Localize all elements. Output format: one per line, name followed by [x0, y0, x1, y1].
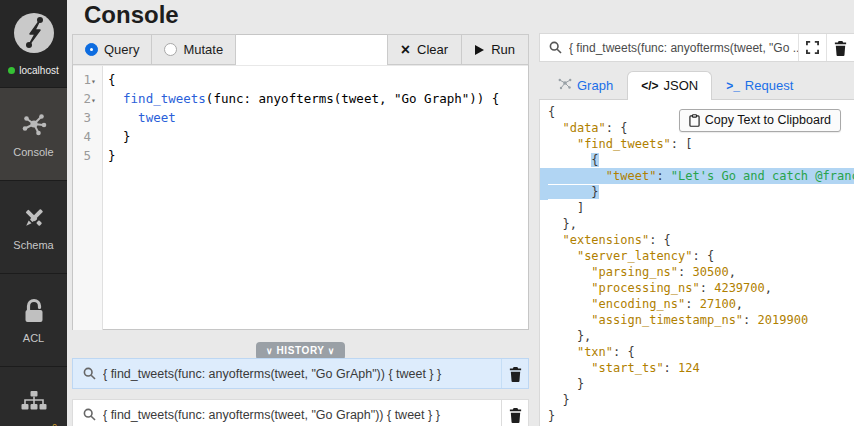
radio-icon: [85, 43, 98, 56]
graph-icon: [20, 111, 48, 139]
ratel-console-window: localhost ConsoleSchemaACLExplorerβ Cons…: [0, 0, 854, 426]
result-tabs: Graph</>JSON>_Request: [539, 62, 854, 100]
graph-mini-icon: [558, 77, 572, 93]
json-line: }: [540, 408, 854, 424]
json-line: "processing_ns": 4239700,: [540, 280, 854, 296]
search-icon: [549, 41, 562, 54]
server-selector[interactable]: localhost: [0, 0, 67, 87]
json-line: "find_tweets": [: [540, 136, 854, 152]
lock-icon: [22, 297, 46, 325]
search-icon: [83, 367, 96, 380]
clipboard-icon: [689, 114, 700, 127]
terminal-icon: >_: [726, 78, 740, 93]
json-line: "assign_timestamp_ns": 2019900: [540, 312, 854, 328]
discard-frame-button[interactable]: [826, 34, 854, 61]
tab-request[interactable]: >_Request: [712, 71, 807, 100]
history-item[interactable]: { find_tweets(func: anyofterms(tweet, "G…: [72, 358, 529, 389]
sidebar-item-explorer[interactable]: Explorerβ: [0, 366, 67, 426]
editor-gutter: 1▾2▾345: [73, 66, 103, 330]
json-line: "txn": {: [540, 344, 854, 360]
editor-line: }: [108, 146, 528, 165]
json-response-view[interactable]: Copy Text to Clipboard { "data": { "find…: [539, 100, 854, 426]
json-line: "start_ts": 124: [540, 360, 854, 376]
json-text: { "data": { "find_tweets": [ { "tweet": …: [540, 104, 854, 424]
server-name: localhost: [19, 65, 58, 76]
json-line: }: [540, 376, 854, 392]
play-icon: [475, 45, 484, 55]
json-line: "tweet": "Let's Go and catch @francesc: [540, 168, 854, 184]
editor-line: tweet: [108, 108, 528, 127]
chevron-down-icon: ∨: [266, 346, 273, 356]
json-line: },: [540, 328, 854, 344]
result-panel: { find_tweets(func: anyofterms(tweet, "G…: [539, 33, 854, 426]
editor-line: find_tweets(func: anyofterms(tweet, "Go …: [108, 89, 528, 108]
search-icon: [83, 408, 96, 421]
tab-graph[interactable]: Graph: [544, 70, 627, 100]
tools-icon: [21, 204, 47, 232]
radio-icon: [164, 43, 177, 56]
fullscreen-button[interactable]: [798, 34, 826, 61]
delete-history-button[interactable]: [501, 400, 528, 426]
sidebar: localhost ConsoleSchemaACLExplorerβ: [0, 0, 67, 426]
sitemap-icon: [21, 388, 47, 416]
expand-icon: [806, 41, 819, 54]
history-query-text: { find_tweets(func: anyofterms(tweet, "G…: [103, 367, 501, 381]
sidebar-item-schema[interactable]: Schema: [0, 180, 67, 273]
sidebar-item-console[interactable]: Console: [0, 87, 67, 180]
json-line: {: [540, 152, 854, 168]
query-editor[interactable]: 1▾2▾345 { find_tweets(func: anyofterms(t…: [73, 65, 528, 330]
sidebar-item-label: Schema: [13, 239, 53, 251]
sidebar-nav: ConsoleSchemaACLExplorerβ: [0, 87, 67, 426]
code-icon: </>: [641, 78, 658, 93]
dgraph-logo-icon: [13, 12, 55, 58]
run-button[interactable]: Run: [461, 34, 529, 65]
mode-mutate-radio[interactable]: Mutate: [151, 34, 236, 65]
history-item[interactable]: { find_tweets(func: anyofterms(tweet, "G…: [72, 399, 529, 426]
page-title: Console: [84, 0, 179, 32]
sidebar-item-label: Console: [13, 146, 53, 158]
query-toolbar: QueryMutate × Clear Run: [73, 35, 528, 65]
json-line: "extensions": {: [540, 232, 854, 248]
query-panel: QueryMutate × Clear Run 1▾2▾345 { find_t…: [72, 34, 529, 330]
clear-x-icon: ×: [401, 42, 410, 58]
frame-query-preview: { find_tweets(func: anyofterms(tweet, "G…: [569, 41, 798, 55]
server-status-icon: [8, 67, 15, 74]
json-line: }: [540, 184, 854, 200]
json-line: "parsing_ns": 30500,: [540, 264, 854, 280]
editor-code: { find_tweets(func: anyofterms(tweet, "G…: [103, 66, 528, 330]
json-line: "encoding_ns": 27100,: [540, 296, 854, 312]
delete-history-button[interactable]: [501, 359, 528, 388]
json-line: "server_latency": {: [540, 248, 854, 264]
json-line: },: [540, 216, 854, 232]
clear-button[interactable]: × Clear: [387, 34, 462, 65]
json-line: }: [540, 392, 854, 408]
editor-line: }: [108, 127, 528, 146]
chevron-down-icon: ∨: [328, 346, 335, 356]
json-line: ]: [540, 200, 854, 216]
query-mutate-toggle: QueryMutate: [73, 35, 236, 65]
mode-query-radio[interactable]: Query: [72, 34, 152, 65]
copy-to-clipboard-button[interactable]: Copy Text to Clipboard: [679, 109, 841, 132]
sidebar-item-acl[interactable]: ACL: [0, 273, 67, 366]
frame-header[interactable]: { find_tweets(func: anyofterms(tweet, "G…: [539, 33, 854, 62]
editor-line: {: [108, 70, 528, 89]
history-section: ∨ HISTORY ∨: [72, 340, 529, 360]
sidebar-item-label: ACL: [23, 332, 44, 344]
history-query-text: { find_tweets(func: anyofterms(tweet, "G…: [103, 408, 501, 422]
tab-json[interactable]: </>JSON: [627, 71, 712, 100]
trash-icon: [833, 40, 848, 56]
